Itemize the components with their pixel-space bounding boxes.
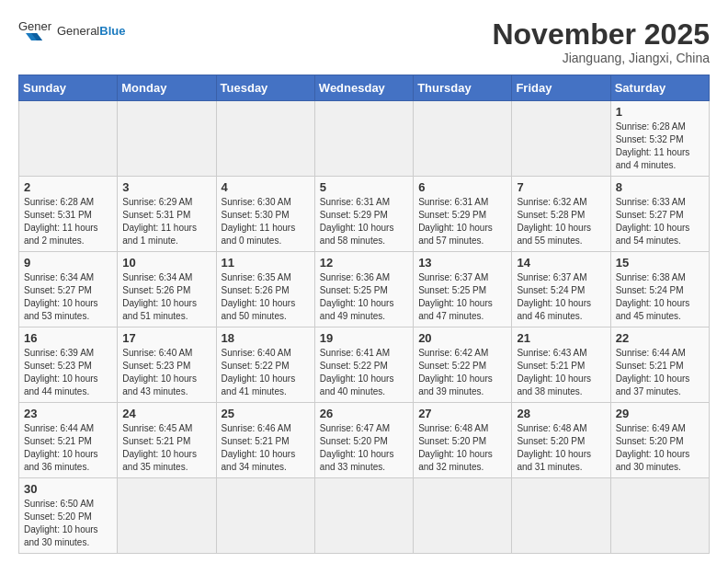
day-number: 12 bbox=[320, 256, 408, 270]
calendar-day-cell: 25Sunrise: 6:46 AM Sunset: 5:21 PM Dayli… bbox=[216, 403, 314, 478]
day-number: 7 bbox=[517, 180, 605, 194]
day-number: 5 bbox=[320, 180, 408, 194]
calendar-day-cell: 10Sunrise: 6:34 AM Sunset: 5:26 PM Dayli… bbox=[118, 252, 216, 327]
day-info: Sunrise: 6:36 AM Sunset: 5:25 PM Dayligh… bbox=[320, 271, 408, 323]
day-number: 24 bbox=[122, 407, 210, 420]
weekday-header-monday: Monday bbox=[118, 75, 216, 101]
calendar-day-cell bbox=[216, 478, 314, 554]
day-number: 15 bbox=[616, 256, 704, 270]
day-number: 1 bbox=[616, 105, 704, 119]
day-number: 11 bbox=[222, 256, 310, 270]
calendar-day-cell: 13Sunrise: 6:37 AM Sunset: 5:25 PM Dayli… bbox=[414, 252, 512, 327]
calendar-table: SundayMondayTuesdayWednesdayThursdayFrid… bbox=[18, 75, 710, 554]
day-info: Sunrise: 6:49 AM Sunset: 5:20 PM Dayligh… bbox=[616, 422, 704, 474]
day-number: 8 bbox=[616, 180, 704, 194]
calendar-day-cell: 27Sunrise: 6:48 AM Sunset: 5:20 PM Dayli… bbox=[414, 403, 512, 478]
calendar-header: SundayMondayTuesdayWednesdayThursdayFrid… bbox=[19, 75, 710, 101]
page-header: General GeneralBlue November 2025 Jiangu… bbox=[18, 18, 710, 65]
calendar-day-cell: 2Sunrise: 6:28 AM Sunset: 5:31 PM Daylig… bbox=[19, 177, 118, 252]
calendar-day-cell: 17Sunrise: 6:40 AM Sunset: 5:23 PM Dayli… bbox=[118, 327, 216, 403]
location-text: Jianguang, Jiangxi, China bbox=[492, 51, 710, 65]
day-number: 29 bbox=[616, 407, 704, 420]
calendar-week-row: 9Sunrise: 6:34 AM Sunset: 5:27 PM Daylig… bbox=[19, 252, 710, 327]
day-info: Sunrise: 6:45 AM Sunset: 5:21 PM Dayligh… bbox=[122, 422, 210, 474]
logo-blue-text: Blue bbox=[99, 24, 125, 38]
calendar-day-cell: 16Sunrise: 6:39 AM Sunset: 5:23 PM Dayli… bbox=[19, 327, 118, 403]
day-info: Sunrise: 6:29 AM Sunset: 5:31 PM Dayligh… bbox=[122, 196, 210, 247]
day-info: Sunrise: 6:31 AM Sunset: 5:29 PM Dayligh… bbox=[418, 196, 506, 247]
day-number: 17 bbox=[122, 331, 210, 345]
calendar-day-cell: 7Sunrise: 6:32 AM Sunset: 5:28 PM Daylig… bbox=[512, 177, 610, 252]
day-number: 23 bbox=[24, 407, 112, 420]
calendar-day-cell: 14Sunrise: 6:37 AM Sunset: 5:24 PM Dayli… bbox=[512, 252, 610, 327]
day-number: 18 bbox=[222, 331, 310, 345]
day-info: Sunrise: 6:44 AM Sunset: 5:21 PM Dayligh… bbox=[616, 347, 704, 398]
calendar-day-cell: 24Sunrise: 6:45 AM Sunset: 5:21 PM Dayli… bbox=[118, 403, 216, 478]
calendar-day-cell: 28Sunrise: 6:48 AM Sunset: 5:20 PM Dayli… bbox=[512, 403, 610, 478]
day-info: Sunrise: 6:38 AM Sunset: 5:24 PM Dayligh… bbox=[616, 271, 704, 323]
logo: General GeneralBlue bbox=[18, 18, 125, 44]
day-info: Sunrise: 6:50 AM Sunset: 5:20 PM Dayligh… bbox=[24, 498, 112, 549]
day-info: Sunrise: 6:28 AM Sunset: 5:32 PM Dayligh… bbox=[616, 121, 704, 172]
calendar-day-cell: 23Sunrise: 6:44 AM Sunset: 5:21 PM Dayli… bbox=[19, 403, 118, 478]
day-info: Sunrise: 6:47 AM Sunset: 5:20 PM Dayligh… bbox=[320, 422, 408, 474]
calendar-week-row: 16Sunrise: 6:39 AM Sunset: 5:23 PM Dayli… bbox=[19, 327, 710, 403]
day-info: Sunrise: 6:48 AM Sunset: 5:20 PM Dayligh… bbox=[517, 422, 605, 474]
calendar-week-row: 23Sunrise: 6:44 AM Sunset: 5:21 PM Dayli… bbox=[19, 403, 710, 478]
day-number: 2 bbox=[24, 180, 112, 194]
calendar-day-cell: 3Sunrise: 6:29 AM Sunset: 5:31 PM Daylig… bbox=[118, 177, 216, 252]
calendar-week-row: 30Sunrise: 6:50 AM Sunset: 5:20 PM Dayli… bbox=[19, 478, 710, 554]
calendar-day-cell bbox=[512, 478, 610, 554]
calendar-day-cell: 15Sunrise: 6:38 AM Sunset: 5:24 PM Dayli… bbox=[610, 252, 709, 327]
day-info: Sunrise: 6:37 AM Sunset: 5:24 PM Dayligh… bbox=[517, 271, 605, 323]
day-number: 27 bbox=[418, 407, 506, 420]
day-number: 20 bbox=[418, 331, 506, 345]
day-number: 26 bbox=[320, 407, 408, 420]
calendar-day-cell: 21Sunrise: 6:43 AM Sunset: 5:21 PM Dayli… bbox=[512, 327, 610, 403]
weekday-header-row: SundayMondayTuesdayWednesdayThursdayFrid… bbox=[19, 75, 710, 101]
calendar-day-cell: 1Sunrise: 6:28 AM Sunset: 5:32 PM Daylig… bbox=[610, 101, 709, 177]
calendar-week-row: 1Sunrise: 6:28 AM Sunset: 5:32 PM Daylig… bbox=[19, 101, 710, 177]
calendar-day-cell bbox=[118, 478, 216, 554]
weekday-header-wednesday: Wednesday bbox=[314, 75, 413, 101]
calendar-day-cell: 9Sunrise: 6:34 AM Sunset: 5:27 PM Daylig… bbox=[19, 252, 118, 327]
month-title: November 2025 bbox=[492, 18, 710, 51]
day-info: Sunrise: 6:30 AM Sunset: 5:30 PM Dayligh… bbox=[222, 196, 310, 247]
day-number: 30 bbox=[24, 482, 112, 496]
calendar-day-cell bbox=[216, 101, 314, 177]
logo-general-text: General bbox=[57, 24, 99, 38]
day-number: 4 bbox=[222, 180, 310, 194]
calendar-day-cell: 22Sunrise: 6:44 AM Sunset: 5:21 PM Dayli… bbox=[610, 327, 709, 403]
day-info: Sunrise: 6:39 AM Sunset: 5:23 PM Dayligh… bbox=[24, 347, 112, 398]
calendar-day-cell: 5Sunrise: 6:31 AM Sunset: 5:29 PM Daylig… bbox=[314, 177, 413, 252]
day-number: 14 bbox=[517, 256, 605, 270]
day-number: 21 bbox=[517, 331, 605, 345]
weekday-header-friday: Friday bbox=[512, 75, 610, 101]
day-number: 22 bbox=[616, 331, 704, 345]
day-info: Sunrise: 6:43 AM Sunset: 5:21 PM Dayligh… bbox=[517, 347, 605, 398]
calendar-day-cell bbox=[314, 478, 413, 554]
calendar-day-cell bbox=[512, 101, 610, 177]
day-number: 13 bbox=[418, 256, 506, 270]
day-info: Sunrise: 6:35 AM Sunset: 5:26 PM Dayligh… bbox=[222, 271, 310, 323]
day-number: 9 bbox=[24, 256, 112, 270]
day-info: Sunrise: 6:41 AM Sunset: 5:22 PM Dayligh… bbox=[320, 347, 408, 398]
day-info: Sunrise: 6:46 AM Sunset: 5:21 PM Dayligh… bbox=[222, 422, 310, 474]
title-block: November 2025 Jianguang, Jiangxi, China bbox=[492, 18, 710, 65]
day-number: 3 bbox=[122, 180, 210, 194]
day-info: Sunrise: 6:31 AM Sunset: 5:29 PM Dayligh… bbox=[320, 196, 408, 247]
svg-text:General: General bbox=[18, 19, 51, 33]
day-number: 28 bbox=[517, 407, 605, 420]
calendar-day-cell bbox=[414, 101, 512, 177]
calendar-day-cell bbox=[610, 478, 709, 554]
day-number: 25 bbox=[222, 407, 310, 420]
calendar-day-cell: 26Sunrise: 6:47 AM Sunset: 5:20 PM Dayli… bbox=[314, 403, 413, 478]
calendar-body: 1Sunrise: 6:28 AM Sunset: 5:32 PM Daylig… bbox=[19, 101, 710, 554]
day-info: Sunrise: 6:34 AM Sunset: 5:27 PM Dayligh… bbox=[24, 271, 112, 323]
weekday-header-sunday: Sunday bbox=[19, 75, 118, 101]
calendar-day-cell: 8Sunrise: 6:33 AM Sunset: 5:27 PM Daylig… bbox=[610, 177, 709, 252]
calendar-day-cell: 18Sunrise: 6:40 AM Sunset: 5:22 PM Dayli… bbox=[216, 327, 314, 403]
calendar-day-cell: 11Sunrise: 6:35 AM Sunset: 5:26 PM Dayli… bbox=[216, 252, 314, 327]
day-number: 19 bbox=[320, 331, 408, 345]
day-info: Sunrise: 6:42 AM Sunset: 5:22 PM Dayligh… bbox=[418, 347, 506, 398]
